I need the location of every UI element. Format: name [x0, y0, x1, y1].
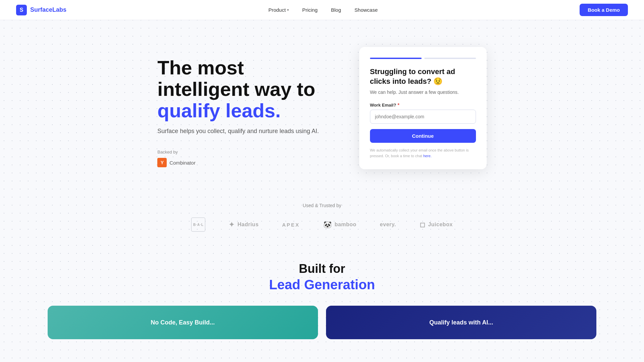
chevron-down-icon: ▾ [287, 8, 289, 12]
nav-links: Product ▾ Pricing Blog Showcase [268, 7, 378, 13]
built-for-accent: Lead Generation [40, 277, 604, 292]
logo-bal: B·A·L [191, 218, 205, 232]
hero-left: The most intelligent way to qualify lead… [157, 47, 319, 167]
card-qualify-leads-label: Qualify leads with AI... [429, 319, 493, 326]
card-no-code[interactable]: No Code, Easy Build... [48, 306, 318, 339]
built-for-label: Built for [40, 262, 604, 276]
book-demo-button[interactable]: Book a Demo [580, 4, 628, 16]
brand-name: SurfaceLabs [30, 6, 66, 13]
progress-step-2 [424, 58, 476, 59]
built-for-cards: No Code, Easy Build... Qualify leads wit… [40, 306, 604, 339]
logo-bamboo: 🐼 bamboo [323, 221, 357, 229]
bamboo-icon: 🐼 [323, 221, 332, 229]
required-indicator: * [397, 102, 399, 108]
backed-by: Backed by Y Combinator [157, 149, 319, 167]
logo-juicebox: ◻ Juicebox [420, 221, 453, 229]
logo-every: every. [380, 222, 396, 228]
form-card-title: Struggling to convert ad clicks into lea… [370, 67, 476, 86]
yc-badge: Y Combinator [157, 158, 319, 167]
built-for-section: Built for Lead Generation No Code, Easy … [0, 248, 644, 346]
nav-pricing[interactable]: Pricing [302, 7, 318, 13]
disclaimer-link[interactable]: here. [423, 154, 432, 158]
backed-by-label: Backed by [157, 149, 319, 155]
hero-section: The most intelligent way to qualify lead… [0, 20, 644, 189]
nav-showcase[interactable]: Showcase [355, 7, 378, 13]
logo-hadrius: ✦ Hadrius [229, 221, 259, 229]
email-input[interactable] [370, 110, 476, 124]
nav-product[interactable]: Product ▾ [268, 7, 289, 13]
hero-title: The most intelligent way to qualify lead… [157, 57, 319, 121]
form-card-description: We can help. Just answer a few questions… [370, 89, 476, 95]
bal-box-icon: B·A·L [191, 218, 205, 232]
trusted-label: Used & Trusted by [40, 203, 604, 208]
logo-apex: APEX [282, 222, 300, 228]
yc-logo-icon: Y [157, 158, 167, 167]
juicebox-icon: ◻ [420, 221, 426, 229]
hero-subtitle: Surface helps you collect, qualify and n… [157, 126, 319, 136]
form-progress [370, 58, 476, 59]
progress-step-1 [370, 58, 422, 59]
logo-link[interactable]: S SurfaceLabs [16, 5, 66, 15]
hadrius-icon: ✦ [229, 221, 235, 229]
logos-row: B·A·L ✦ Hadrius APEX 🐼 bamboo every. ◻ J… [40, 218, 604, 232]
card-no-code-label: No Code, Easy Build... [151, 319, 215, 326]
nav-blog[interactable]: Blog [331, 7, 341, 13]
yc-label: Combinator [169, 160, 196, 166]
card-qualify-leads[interactable]: Qualify leads with AI... [326, 306, 596, 339]
form-disclaimer: We automatically collect your email once… [370, 147, 476, 159]
email-label: Work Email? * [370, 102, 476, 108]
form-card: Struggling to convert ad clicks into lea… [359, 47, 487, 169]
logo-icon: S [16, 5, 27, 15]
navbar: S SurfaceLabs Product ▾ Pricing Blog Sho… [0, 0, 644, 20]
continue-button[interactable]: Continue [370, 129, 476, 143]
trusted-section: Used & Trusted by B·A·L ✦ Hadrius APEX 🐼… [0, 189, 644, 248]
